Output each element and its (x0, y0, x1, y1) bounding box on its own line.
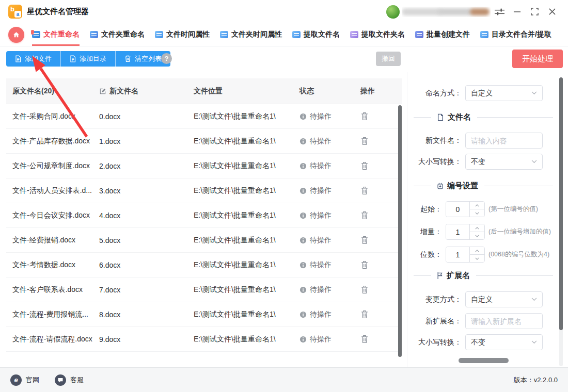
cell-new-name: 8.docx (93, 311, 187, 319)
cell-actions (354, 260, 402, 269)
home-button[interactable] (8, 27, 24, 43)
info-icon (299, 286, 307, 293)
trash-icon (124, 55, 131, 62)
maximize-button[interactable] (526, 0, 543, 23)
info-icon (299, 113, 307, 120)
increment-up-button[interactable] (470, 224, 484, 232)
trash-icon (360, 285, 369, 294)
delete-row-button[interactable] (360, 112, 369, 121)
cell-actions (354, 335, 402, 344)
table-header: 原文件名(20) 新文件名 文件位置 状态 操作 (6, 78, 402, 104)
tab-extract-foldername[interactable]: 提取文件夹名 (350, 23, 405, 46)
numbering-section-title: 编号设置 (447, 181, 478, 191)
app-title: 星优文件名管理器 (27, 7, 89, 17)
file-time-icon (155, 31, 163, 38)
start-number-stepper (446, 201, 485, 217)
cell-file-location: E:\测试文件\批量重命名1\ (187, 260, 293, 270)
tab-folder-rename[interactable]: 文件夹重命名 (90, 23, 145, 46)
tab-file-time[interactable]: 文件时间属性 (155, 23, 210, 46)
table-vertical-scrollbar[interactable] (398, 105, 402, 357)
tab-folder-time[interactable]: 文件夹时间属性 (220, 23, 282, 46)
extract-filename-icon (292, 31, 301, 38)
delete-row-button[interactable] (360, 161, 369, 170)
cell-actions (354, 161, 402, 170)
info-icon (299, 162, 307, 170)
filename-case-label: 大小写转换： (407, 157, 462, 167)
add-directory-button[interactable]: 添加目录 (61, 51, 116, 67)
cell-original-name: 文件-产品库存数据.docx (6, 137, 93, 146)
tab-label: 文件时间属性 (166, 30, 210, 39)
support-link[interactable]: 客服 (55, 374, 84, 386)
filename-case-select[interactable]: 不变 (465, 154, 543, 170)
table-row: 文件-客户联系表.docx7.docxE:\测试文件\批量重命名1\待操作 (6, 277, 402, 302)
start-increment-button[interactable] (470, 202, 484, 209)
col-new-name: 新文件名 (93, 87, 187, 96)
extension-section-divider: 扩展名 (407, 271, 559, 280)
tab-batch-create[interactable]: 批量创建文件 (415, 23, 470, 46)
panel-scrollbar-track (559, 77, 563, 366)
panel-vertical-scrollbar[interactable] (559, 77, 563, 330)
start-number-input[interactable] (446, 202, 469, 217)
user-avatar[interactable] (386, 5, 400, 19)
minimize-button[interactable] (508, 0, 526, 23)
folder-rename-icon (90, 31, 98, 38)
cell-original-name: 文件-活动人员安排表.d... (6, 186, 93, 195)
info-icon (299, 187, 307, 194)
tab-file-rename[interactable]: 文件重命名 (32, 23, 80, 46)
start-decrement-button[interactable] (470, 209, 484, 217)
increment-down-button[interactable] (470, 232, 484, 239)
cell-actions (354, 186, 402, 195)
delete-row-button[interactable] (360, 236, 369, 244)
digits-label: 位数： (407, 250, 442, 259)
cell-actions (354, 137, 402, 145)
digits-down-button[interactable] (470, 255, 484, 262)
settings-sliders-icon[interactable] (491, 0, 508, 23)
help-icon[interactable]: ? (161, 53, 172, 64)
website-icon: e (10, 374, 22, 386)
extension-case-select[interactable]: 不变 (465, 334, 543, 350)
naming-method-label: 命名方式： (407, 89, 462, 98)
tab-label: 提取文件名 (304, 30, 340, 39)
change-method-select[interactable]: 自定义 (465, 291, 543, 307)
file-rename-icon (32, 31, 40, 38)
add-files-button[interactable]: 添加文件 (6, 51, 61, 67)
naming-method-select[interactable]: 自定义 (465, 85, 543, 101)
delete-row-button[interactable] (360, 186, 369, 195)
cell-original-name: 文件-今日会议安排.docx (6, 211, 93, 220)
delete-row-button[interactable] (360, 137, 369, 145)
new-filename-input[interactable] (465, 133, 543, 149)
table-row: 文件-采购合同.docx0.docxE:\测试文件\批量重命名1\待操作 (6, 104, 402, 129)
delete-row-button[interactable] (360, 285, 369, 294)
increment-input[interactable] (446, 224, 469, 239)
delete-row-button[interactable] (360, 310, 369, 319)
tab-extract-filename[interactable]: 提取文件名 (292, 23, 340, 46)
start-number-row: 起始： (第一位编号的值) (407, 201, 559, 217)
chat-icon (55, 374, 66, 386)
table-row: 文件-流程-费用报销流...8.docxE:\测试文件\批量重命名1\待操作 (6, 302, 402, 327)
file-table: 原文件名(20) 新文件名 文件位置 状态 操作 文件-采购合同.docx0.d… (6, 78, 402, 361)
tab-merge-extract[interactable]: 目录文件合并/提取 (480, 23, 551, 46)
cell-file-location: E:\测试文件\批量重命名1\ (187, 236, 293, 245)
cell-actions (354, 285, 402, 294)
digits-input[interactable] (446, 247, 469, 262)
delete-row-button[interactable] (360, 211, 369, 220)
undo-button[interactable]: 撤回 (376, 52, 401, 66)
website-link[interactable]: e 官网 (10, 374, 39, 386)
new-extension-input[interactable] (465, 313, 543, 329)
user-name-blurred[interactable] (402, 7, 491, 17)
cell-file-location: E:\测试文件\批量重命名1\ (187, 137, 293, 146)
cell-new-name: 3.docx (93, 187, 187, 195)
chevron-down-icon (531, 91, 537, 95)
cell-status: 待操作 (293, 285, 354, 295)
cell-new-name: 0.docx (93, 112, 187, 121)
table-row: 文件-今日会议安排.docx4.docxE:\测试文件\批量重命名1\待操作 (6, 203, 402, 228)
digits-up-button[interactable] (470, 247, 484, 255)
delete-row-button[interactable] (360, 260, 369, 269)
cell-status: 待操作 (293, 186, 354, 195)
cell-actions (354, 211, 402, 220)
numbering-icon (437, 182, 444, 190)
panel-horizontal-scrollbar[interactable] (459, 358, 509, 363)
start-process-button[interactable]: 开始处理 (512, 50, 563, 68)
delete-row-button[interactable] (360, 335, 369, 344)
close-button[interactable] (543, 0, 561, 23)
